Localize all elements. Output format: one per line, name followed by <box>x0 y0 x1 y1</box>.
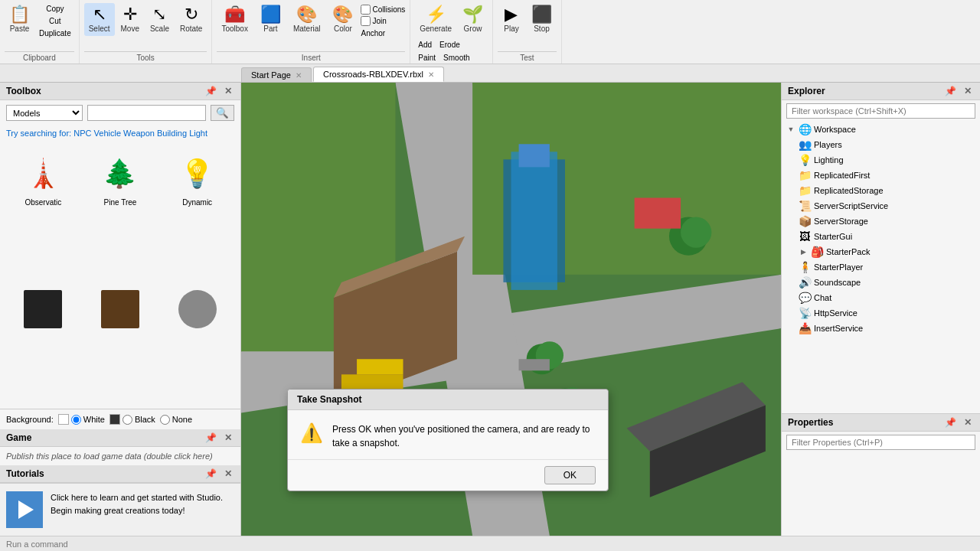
part-button[interactable]: 🟦 Part <box>256 3 286 36</box>
smooth-button[interactable]: Smooth <box>440 52 472 64</box>
game-pin[interactable]: 📌 <box>203 432 219 444</box>
properties-pin[interactable]: 📌 <box>942 416 959 429</box>
viewport[interactable]: Take Snapshot ⚠️ Press OK when you've po… <box>241 83 781 536</box>
bg-none-input[interactable] <box>160 415 170 425</box>
svg-marker-0 <box>18 500 34 519</box>
game-panel[interactable]: Publish this place to load game data (do… <box>0 447 240 465</box>
collisions-checkbox[interactable] <box>361 5 371 15</box>
background-selector: Background: White Black None <box>0 409 240 429</box>
list-item[interactable] <box>160 285 234 405</box>
explorer-filter[interactable] <box>786 103 975 119</box>
tree-item-insert-service[interactable]: 📥 InsertService <box>782 321 980 336</box>
select-button[interactable]: ↖ Select <box>84 3 115 36</box>
test-label: Test <box>498 51 557 62</box>
list-item[interactable]: 🌲 Pine Tree <box>83 145 158 282</box>
model-select[interactable]: Models <box>6 105 83 121</box>
erode-button[interactable]: Erode <box>436 39 463 51</box>
paste-button[interactable]: 📋 Paste <box>5 3 34 36</box>
tree-item-chat[interactable]: 💬 Chat <box>782 290 980 305</box>
dialog-ok-button[interactable]: OK <box>544 466 596 484</box>
explorer-close[interactable]: ✕ <box>962 85 974 97</box>
tree-item-replicated-first[interactable]: 📁 ReplicatedFirst <box>782 168 980 183</box>
cut-button[interactable]: Cut <box>36 15 74 27</box>
svg-rect-12 <box>357 359 403 374</box>
tutorials-pin[interactable]: 📌 <box>203 468 219 480</box>
bg-black-radio[interactable]: Black <box>109 414 155 425</box>
dialog-warning-icon: ⚠️ <box>300 422 323 444</box>
item-icon-observatic: 🗼 <box>20 151 66 197</box>
suggestion-weapon[interactable]: Weapon <box>123 129 155 138</box>
list-item[interactable]: 💡 Dynamic <box>160 145 234 282</box>
suggestion-building[interactable]: Building <box>157 129 187 138</box>
material-button[interactable]: 🎨 Material <box>289 3 325 36</box>
item-icon-pine-tree: 🌲 <box>97 151 143 197</box>
copy-button[interactable]: Copy <box>36 3 74 15</box>
insert-label: Insert <box>217 51 405 62</box>
move-button[interactable]: ✛ Move <box>116 3 144 36</box>
paste-icon: 📋 <box>9 6 30 23</box>
svg-rect-11 <box>341 374 403 390</box>
tree-arrow-workspace[interactable]: ▼ <box>786 125 795 134</box>
tree-item-workspace[interactable]: ▼ 🌐 Workspace <box>782 122 980 137</box>
dialog-title: Take Snapshot <box>288 390 608 410</box>
list-item[interactable]: 🗼 Observatic <box>6 145 80 282</box>
tab-crossroads[interactable]: Crossroads-RBLXDEV.rbxl ✕ <box>313 67 444 82</box>
suggestion-light[interactable]: Light <box>189 129 207 138</box>
tutorials-controls: 📌 ✕ <box>203 468 234 480</box>
tab-close-start[interactable]: ✕ <box>296 71 302 80</box>
stop-button[interactable]: ⬛ Stop <box>527 3 557 36</box>
tree-item-server-script-service[interactable]: 📜 ServerScriptService <box>782 198 980 214</box>
svg-rect-8 <box>519 144 550 167</box>
tree-item-starter-gui[interactable]: 🖼 StarterGui <box>782 229 980 244</box>
toolbox-header: Toolbox 📌 ✕ <box>0 83 240 100</box>
tab-start-page[interactable]: Start Page ✕ <box>241 67 312 82</box>
properties-close[interactable]: ✕ <box>962 416 974 429</box>
toolbox-close[interactable]: ✕ <box>222 85 234 97</box>
svg-rect-7 <box>511 152 557 290</box>
join-checkbox[interactable] <box>361 16 371 26</box>
bg-white-radio[interactable]: White <box>58 414 105 425</box>
tree-item-http-service[interactable]: 📡 HttpService <box>782 305 980 321</box>
tree-item-soundscape[interactable]: 🔊 Soundscape <box>782 275 980 290</box>
suggestion-npc[interactable]: NPC <box>74 129 91 138</box>
explorer-controls: 📌 ✕ <box>942 85 974 97</box>
toolbox-button[interactable]: 🧰 Toolbox <box>217 3 252 36</box>
play-button[interactable]: ▶ Play <box>498 3 525 36</box>
duplicate-button[interactable]: Duplicate <box>36 28 74 39</box>
bg-white-input[interactable] <box>71 415 81 425</box>
explorer-pin[interactable]: 📌 <box>942 85 959 97</box>
game-close[interactable]: ✕ <box>222 432 234 444</box>
tree-item-starter-player[interactable]: 🧍 StarterPlayer <box>782 259 980 275</box>
tutorials-close[interactable]: ✕ <box>222 468 234 480</box>
suggestion-vehicle[interactable]: Vehicle <box>94 129 121 138</box>
bg-black-input[interactable] <box>122 415 132 425</box>
list-item[interactable] <box>6 285 80 405</box>
tree-item-replicated-storage[interactable]: 📁 ReplicatedStorage <box>782 183 980 198</box>
rotate-button[interactable]: ↻ Rotate <box>175 3 207 36</box>
toolbox-pin[interactable]: 📌 <box>203 85 219 97</box>
tutorials-header: Tutorials 📌 ✕ <box>0 465 240 483</box>
add-terrain-button[interactable]: Add <box>415 39 435 51</box>
tree-item-players[interactable]: 👥 Players <box>782 137 980 152</box>
generate-button[interactable]: ⚡ Generate <box>415 3 456 36</box>
tab-close-crossroads[interactable]: ✕ <box>428 70 434 79</box>
properties-filter[interactable] <box>786 435 975 450</box>
status-bar <box>0 536 980 551</box>
search-input[interactable] <box>87 105 206 121</box>
grow-button[interactable]: 🌱 Grow <box>458 3 488 36</box>
bg-none-radio[interactable]: None <box>160 415 192 425</box>
tree-item-lighting[interactable]: 💡 Lighting <box>782 152 980 168</box>
command-input[interactable] <box>6 540 974 549</box>
color-button[interactable]: 🎨 Color <box>328 3 358 36</box>
paint-button[interactable]: Paint <box>415 52 439 64</box>
list-item[interactable] <box>83 285 158 405</box>
search-button[interactable]: 🔍 <box>211 105 234 121</box>
scale-button[interactable]: ⤡ Scale <box>145 3 174 36</box>
ribbon: 📋 Paste Copy Cut Duplicate Clipboard ↖ <box>0 0 980 64</box>
tree-arrow-starter-pack[interactable]: ▶ <box>799 247 808 256</box>
game-header: Game 📌 ✕ <box>0 429 240 447</box>
tutorials-panel[interactable]: Click here to learn and get started with… <box>0 483 240 536</box>
tree-item-starter-pack[interactable]: ▶ 🎒 StarterPack <box>782 244 980 259</box>
dialog-footer: OK <box>288 459 608 491</box>
tree-item-server-storage[interactable]: 📦 ServerStorage <box>782 214 980 229</box>
